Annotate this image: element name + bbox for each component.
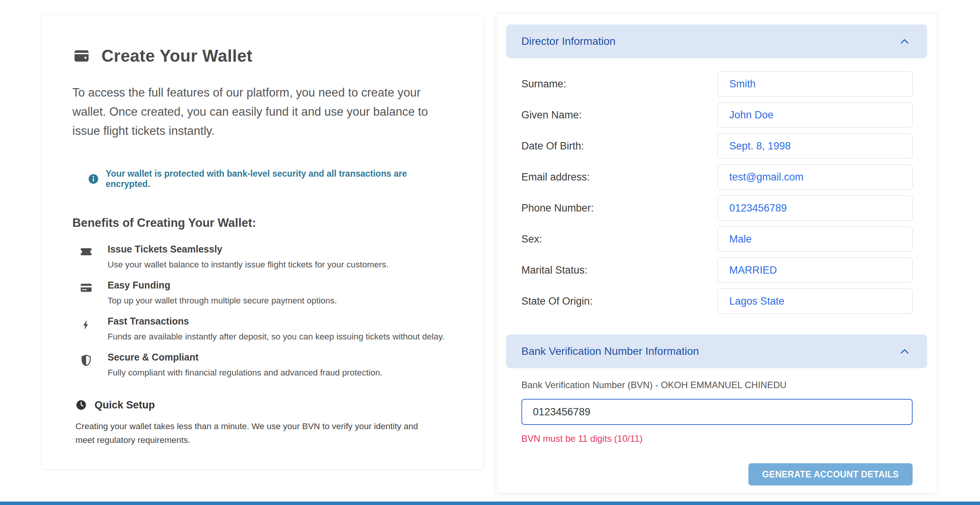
- benefits-heading: Benefits of Creating Your Wallet:: [72, 216, 453, 230]
- director-accordion-header[interactable]: Director Information: [506, 25, 927, 58]
- bvn-input[interactable]: [521, 399, 913, 425]
- security-note: Your wallet is protected with bank-level…: [88, 169, 453, 189]
- form-row: Given Name:: [521, 102, 913, 128]
- director-kyc-panel: Director Information Surname: Given Name…: [496, 13, 937, 493]
- bvn-error: BVN must be 11 digits (10/11): [521, 433, 913, 444]
- clock-icon: [75, 399, 87, 411]
- field-input[interactable]: [717, 257, 913, 283]
- benefit-item: Easy Funding Top up your wallet through …: [78, 280, 453, 306]
- field-label: Sex:: [521, 233, 717, 245]
- benefit-description: Fully compliant with financial regulatio…: [108, 368, 382, 378]
- page-title: Create Your Wallet: [101, 46, 253, 66]
- benefit-title: Secure & Compliant: [108, 352, 382, 363]
- form-row: State Of Origin:: [521, 289, 913, 314]
- field-input[interactable]: [717, 102, 913, 128]
- shield-icon: [78, 352, 94, 369]
- form-row: Date Of Birth:: [521, 133, 913, 159]
- wallet-card-header: Create Your Wallet: [72, 46, 453, 66]
- benefit-description: Top up your wallet through multiple secu…: [108, 296, 337, 306]
- security-note-text: Your wallet is protected with bank-level…: [106, 169, 453, 189]
- benefit-item: Fast Transactions Funds are available in…: [78, 316, 453, 342]
- chevron-up-icon[interactable]: [898, 35, 911, 48]
- bottom-accent-bar: [0, 502, 980, 505]
- benefit-title: Fast Transactions: [108, 316, 444, 327]
- field-input[interactable]: [717, 164, 913, 190]
- benefit-title: Easy Funding: [108, 280, 337, 291]
- field-input[interactable]: [717, 133, 913, 159]
- benefit-title: Issue Tickets Seamlessly: [108, 244, 389, 255]
- benefit-item: Issue Tickets Seamlessly Use your wallet…: [78, 244, 453, 270]
- form-row: Email address:: [521, 164, 913, 190]
- bvn-accordion-header[interactable]: Bank Verification Number Information: [506, 334, 927, 368]
- wallet-icon: [72, 48, 91, 64]
- field-label: Phone Number:: [521, 202, 717, 214]
- ticket-icon: [78, 244, 94, 261]
- quick-setup-title: Quick Setup: [95, 399, 155, 411]
- create-wallet-card: Create Your Wallet To access the full fe…: [41, 15, 484, 470]
- director-form: Surname: Given Name: Date Of Birth: Emai…: [506, 71, 927, 314]
- field-input[interactable]: [717, 289, 913, 314]
- field-input[interactable]: [717, 71, 913, 97]
- field-label: State Of Origin:: [521, 295, 717, 307]
- quick-setup-description: Creating your wallet takes less than a m…: [75, 420, 431, 447]
- benefit-description: Funds are available instantly after depo…: [108, 332, 444, 342]
- quick-setup-section: Quick Setup Creating your wallet takes l…: [72, 399, 453, 447]
- field-input[interactable]: [717, 226, 913, 252]
- bvn-block: Bank Verification Number (BVN) - OKOH EM…: [506, 380, 927, 485]
- field-label: Surname:: [521, 78, 717, 90]
- form-row: Surname:: [521, 71, 913, 97]
- form-row: Marital Status:: [521, 257, 913, 283]
- field-label: Given Name:: [521, 109, 717, 121]
- director-accordion-title: Director Information: [521, 35, 616, 48]
- field-input[interactable]: [717, 195, 913, 221]
- form-row: Sex:: [521, 226, 913, 252]
- benefit-item: Secure & Compliant Fully compliant with …: [78, 352, 453, 378]
- field-label: Marital Status:: [521, 264, 717, 276]
- form-row: Phone Number:: [521, 195, 913, 221]
- chevron-up-icon[interactable]: [898, 345, 911, 358]
- bvn-label: Bank Verification Number (BVN) - OKOH EM…: [521, 380, 913, 390]
- info-icon: [88, 173, 99, 185]
- lightning-icon: [78, 316, 94, 333]
- field-label: Date Of Birth:: [521, 140, 717, 152]
- generate-account-details-button[interactable]: GENERATE ACCOUNT DETAILS: [748, 463, 913, 485]
- field-label: Email address:: [521, 171, 717, 183]
- credit-card-icon: [78, 280, 94, 297]
- bvn-accordion-title: Bank Verification Number Information: [521, 345, 699, 357]
- benefit-description: Use your wallet balance to instantly iss…: [108, 260, 389, 270]
- intro-paragraph: To access the full features of our platf…: [72, 83, 436, 141]
- benefits-list: Issue Tickets Seamlessly Use your wallet…: [72, 244, 453, 378]
